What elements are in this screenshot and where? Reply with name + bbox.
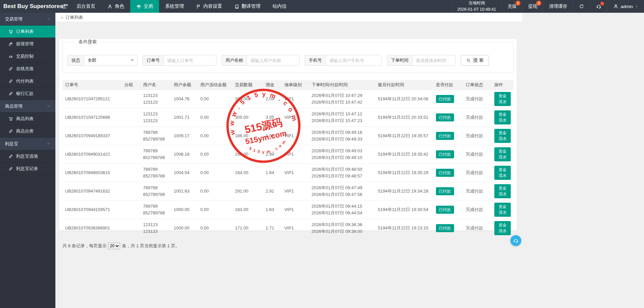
cell-action: 资金流水: [492, 108, 513, 127]
fund-flow-button[interactable]: 资金流水: [494, 221, 511, 235]
cell-frozen: 0.00: [198, 164, 232, 182]
cell-order-no: UB2601070947491632: [62, 182, 121, 201]
fund-flow-button[interactable]: 资金流水: [494, 184, 511, 198]
sidebar-item-label: 交易管理: [5, 16, 22, 22]
search-icon: [466, 58, 471, 63]
support-button[interactable]: [590, 0, 607, 13]
withdraw-button[interactable]: 提现 0: [522, 0, 543, 13]
cell-frozen: 0.00: [198, 127, 232, 145]
sidebar-item-interest-records[interactable]: 利息宝记录: [0, 163, 55, 175]
refresh-button[interactable]: [573, 0, 590, 13]
cell-balance: 1004.54: [171, 164, 198, 182]
order-list-card: 条件搜索 状态全部订单号用户名称手机号下单时间搜 索 订单号分组用户名用户余额用…: [59, 39, 517, 230]
cell-order-pay-time: 2026年01月07日 10:47:292026年01月07日 10:47:42: [309, 90, 375, 108]
column-header: 下单时间/付款时间: [309, 80, 375, 90]
cell-level: VIP1: [282, 201, 309, 219]
top-nav-item-messages[interactable]: 站内信: [266, 0, 293, 13]
local-time-value: 2026-01-07 10:48:41: [457, 6, 496, 13]
top-nav-item-roles[interactable]: 角色: [101, 0, 130, 13]
cell-commission: 2.09: [263, 90, 282, 108]
main-area: » 订单列表 条件搜索 状态全部订单号用户名称手机号下单时间搜 索 订单号分组用…: [55, 13, 522, 308]
sidebar-item-trade-control[interactable]: 交易控制: [0, 50, 55, 63]
cell-group: [121, 145, 140, 164]
cell-status: 完成付款: [463, 90, 492, 108]
notification-dot: [600, 2, 604, 5]
sidebar-group-trade-manage[interactable]: 交易管理: [0, 13, 55, 25]
cell-balance: 1001.63: [171, 182, 198, 201]
cell-user: 123123123123: [140, 219, 171, 238]
cell-amount: 186.00: [232, 127, 263, 145]
sidebar-item-online-recharge[interactable]: 在线充值: [0, 63, 55, 75]
cell-commission: 3.05: [263, 108, 282, 127]
table-row: UB26010709485036157897898527897891004.54…: [62, 164, 513, 182]
sidebar-item-goods-list[interactable]: 商品列表: [0, 113, 55, 125]
status-select[interactable]: 全部: [84, 55, 138, 66]
fund-flow-button[interactable]: 资金流水: [494, 166, 511, 180]
top-nav-item-trade[interactable]: 交易: [130, 0, 159, 13]
column-header: 订单状态: [463, 80, 492, 90]
filter-label-order-time: 下单时间: [387, 55, 412, 66]
cell-balance: 1000.00: [171, 201, 198, 219]
local-time-label: 当地时间: [457, 0, 496, 6]
cell-last-pay-time: 5194年11月22日 19:35:57: [375, 127, 433, 145]
cell-balance: 1001.71: [171, 108, 198, 127]
top-nav-item-content[interactable]: 内容设置: [190, 0, 228, 13]
cell-amount: 305.00: [232, 108, 263, 127]
top-nav-item-home[interactable]: 后台首页: [70, 0, 101, 13]
page-size-select[interactable]: 20: [108, 243, 120, 249]
cell-user: 789789852789789: [140, 201, 171, 219]
search-button[interactable]: 搜 索: [461, 55, 489, 66]
cell-order-pay-time: 2026年01月07日 09:44:152026年01月07日 09:44:54: [309, 201, 375, 219]
clear-cache-button[interactable]: 清理缓存: [543, 0, 573, 13]
column-header: 用户冻结金额: [198, 80, 232, 90]
paid-badge: 已付款: [436, 95, 454, 103]
sidebar-item-label: 交易控制: [16, 53, 34, 59]
recharge-button[interactable]: 充值 0: [501, 0, 522, 13]
top-nav-item-translate[interactable]: 翻译管理: [228, 0, 266, 13]
menu-toggle-button[interactable]: [58, 0, 70, 13]
cell-paid: 已付款: [433, 90, 463, 108]
cell-commission: 2.91: [263, 182, 282, 201]
cell-level: VIP1: [282, 108, 309, 127]
cell-action: 资金流水: [492, 127, 513, 145]
admin-menu[interactable]: admin: [607, 0, 644, 13]
cell-level: VIP1: [282, 145, 309, 164]
cell-user: 789789852789789: [140, 182, 171, 201]
order-no-input[interactable]: [163, 55, 216, 66]
cell-status: 完成付款: [463, 201, 492, 219]
cell-frozen: 0.00: [198, 201, 232, 219]
sidebar-item-label: 银行汇款: [16, 91, 34, 97]
cell-order-pay-time: 2026年01月07日 09:36:362026年01月07日 09:38:00: [309, 219, 375, 238]
cell-level: VIP1: [282, 182, 309, 201]
sidebar-item-withdraw-manage[interactable]: 提现管理: [0, 38, 55, 50]
column-header: 订单号: [62, 80, 121, 90]
search-legend: 条件搜索: [76, 39, 100, 45]
phone-input[interactable]: [326, 55, 382, 66]
fund-flow-button[interactable]: 资金流水: [494, 203, 511, 217]
cell-level: VIP1: [282, 164, 309, 182]
sidebar-group-goods-manage[interactable]: 商品管理: [0, 100, 55, 113]
link-icon: [8, 79, 13, 84]
chat-button[interactable]: [510, 235, 521, 246]
top-nav-item-system[interactable]: 系统管理: [159, 0, 190, 13]
sidebar-item-interest-options[interactable]: 利息宝选项: [0, 150, 55, 163]
sidebar-item-agent-pay-list[interactable]: 代付列表: [0, 75, 55, 88]
sidebar-group-interest[interactable]: 利息宝: [0, 138, 55, 150]
link-icon: [8, 154, 13, 159]
sidebar-item-goods-category[interactable]: 商品分类: [0, 125, 55, 138]
fund-flow-button[interactable]: 资金流水: [494, 110, 511, 124]
order-time-input[interactable]: [412, 55, 456, 66]
link-icon: [8, 166, 13, 171]
sidebar-item-bank-remit[interactable]: 银行汇款: [0, 88, 55, 100]
admin-username: admin: [621, 4, 633, 9]
user-name-input[interactable]: [247, 55, 300, 66]
sidebar-item-label: 商品列表: [16, 116, 34, 122]
fund-flow-button[interactable]: 资金流水: [494, 129, 511, 143]
column-header: 操作: [492, 80, 513, 90]
fund-flow-button[interactable]: 资金流水: [494, 147, 511, 161]
cell-order-no: UB2601071047295121: [62, 90, 121, 108]
fund-flow-button[interactable]: 资金流水: [494, 92, 511, 106]
top-nav-label: 内容设置: [203, 3, 222, 9]
cell-last-pay-time: 5194年11月22日 19:30:54: [375, 201, 433, 219]
sidebar-item-order-list[interactable]: 订单列表: [0, 25, 55, 38]
